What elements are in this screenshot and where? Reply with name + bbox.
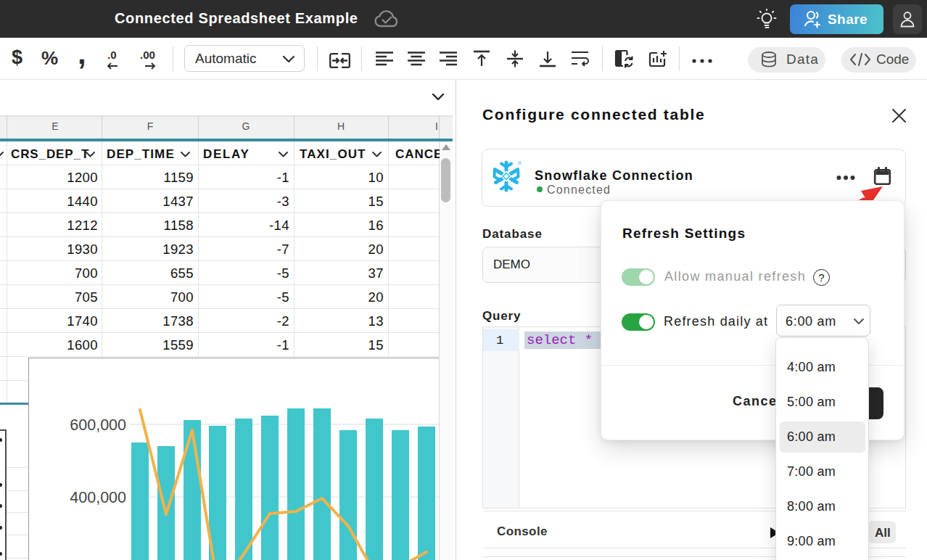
svg-text:,: , <box>78 44 86 70</box>
svg-text:600,000: 600,000 <box>70 416 126 434</box>
svg-text:400,000: 400,000 <box>70 489 126 506</box>
